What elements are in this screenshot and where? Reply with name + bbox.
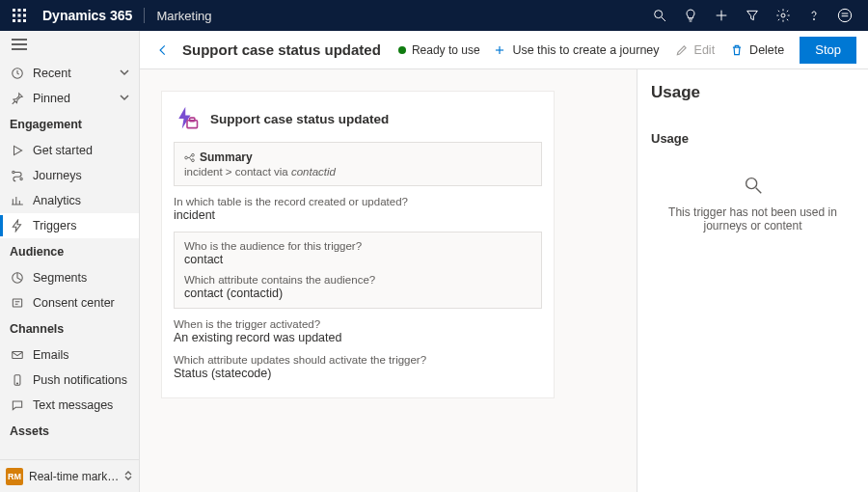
sidebar-item-label: Segments [33, 271, 87, 285]
sidebar-section-audience[interactable]: Audience [0, 238, 139, 265]
plus-icon[interactable] [706, 0, 737, 31]
summary-box: Summary incident > contact via contactid [174, 142, 542, 186]
svg-point-13 [781, 14, 785, 17]
sidebar-item-label: Recent [33, 67, 71, 80]
sidebar-item-text[interactable]: Text messages [0, 393, 139, 418]
global-topbar: Dynamics 365 Marketing [0, 0, 868, 31]
content-area: Support case status updated Ready to use… [140, 31, 868, 492]
area-switcher[interactable]: RM Real-time marketi… [0, 459, 139, 492]
stop-button[interactable]: Stop [800, 37, 856, 64]
sidebar-item-segments[interactable]: Segments [0, 265, 139, 290]
button-label: Edit [694, 43, 716, 57]
sms-icon [10, 398, 25, 412]
answer-value: contact [184, 253, 531, 266]
svg-point-28 [16, 383, 17, 384]
command-bar: Support case status updated Ready to use… [140, 31, 868, 69]
question-label: Which attribute contains the audience? [184, 274, 531, 286]
segments-icon [10, 271, 25, 285]
button-label: Delete [749, 43, 784, 57]
sidebar-item-journeys[interactable]: Journeys [0, 163, 139, 188]
svg-line-10 [662, 17, 665, 21]
question-label: Who is the audience for this trigger? [184, 240, 531, 252]
main-panel: Support case status updated Summary inci… [140, 69, 637, 492]
sidebar-item-label: Journeys [33, 169, 82, 182]
sidebar-section-assets[interactable]: Assets [0, 418, 139, 445]
svg-point-22 [13, 171, 14, 173]
svg-rect-32 [190, 118, 195, 122]
flow-icon [184, 152, 195, 163]
qa-when: When is the trigger activated? An existi… [162, 309, 554, 344]
create-journey-button[interactable]: Use this to create a journey [485, 37, 666, 64]
gear-icon[interactable] [768, 0, 799, 31]
status-dot-icon [398, 46, 406, 54]
section-label: Engagement [10, 118, 82, 131]
svg-rect-3 [13, 14, 15, 17]
sidebar: Recent Pinned Engagement Get started Jou… [0, 31, 140, 492]
question-label: Which attribute updates should activate … [174, 354, 542, 366]
trigger-card: Support case status updated Summary inci… [161, 91, 555, 398]
sidebar-item-label: Triggers [33, 219, 76, 232]
section-label: Audience [10, 245, 64, 259]
chevron-down-icon [120, 92, 129, 105]
email-icon [10, 348, 25, 362]
audience-box: Who is the audience for this trigger? co… [174, 232, 542, 309]
brand-label: Dynamics 365 [42, 8, 132, 23]
journey-icon [10, 169, 25, 182]
play-icon [10, 144, 25, 157]
status-indicator: Ready to use [398, 43, 480, 57]
svg-point-9 [655, 11, 663, 18]
sidebar-item-push[interactable]: Push notifications [0, 368, 139, 393]
consent-icon [10, 296, 25, 310]
summary-label: Summary [184, 150, 531, 164]
svg-point-34 [192, 153, 195, 156]
hamburger-icon[interactable] [0, 31, 139, 61]
qa-updates: Which attribute updates should activate … [162, 344, 554, 380]
divider [144, 8, 145, 23]
section-label: Channels [10, 322, 64, 336]
answer-value: Status (statecode) [174, 367, 542, 380]
question-label: When is the trigger activated? [174, 318, 542, 330]
edit-button: Edit [667, 37, 723, 64]
svg-rect-25 [13, 299, 21, 307]
sidebar-item-emails[interactable]: Emails [0, 342, 139, 368]
svg-rect-6 [13, 19, 15, 22]
svg-rect-5 [23, 14, 26, 17]
button-label: Stop [815, 42, 841, 57]
clock-icon [10, 67, 25, 80]
svg-rect-4 [18, 14, 21, 17]
analytics-icon [10, 194, 25, 207]
search-icon[interactable] [644, 0, 675, 31]
sidebar-item-recent[interactable]: Recent [0, 61, 139, 86]
lightning-case-icon [174, 105, 201, 132]
sidebar-item-label: Push notifications [33, 373, 127, 387]
svg-rect-7 [18, 19, 21, 22]
account-icon[interactable] [829, 0, 860, 31]
chevron-down-icon [120, 67, 129, 80]
panel-subtitle: Usage [651, 131, 854, 146]
panel-title: Usage [651, 83, 854, 102]
sidebar-item-get-started[interactable]: Get started [0, 138, 139, 163]
qa-table: In which table is the record created or … [162, 186, 554, 222]
sidebar-item-label: Text messages [33, 398, 113, 412]
sidebar-item-label: Consent center [33, 296, 115, 310]
sidebar-item-consent[interactable]: Consent center [0, 290, 139, 315]
filter-icon[interactable] [737, 0, 768, 31]
section-label: Assets [10, 424, 49, 438]
lightbulb-icon[interactable] [675, 0, 706, 31]
answer-value: contact (contactid) [184, 287, 531, 300]
pin-icon [10, 92, 25, 105]
sidebar-section-channels[interactable]: Channels [0, 315, 139, 342]
sidebar-item-pinned[interactable]: Pinned [0, 86, 139, 111]
delete-button[interactable]: Delete [722, 37, 792, 64]
svg-rect-0 [13, 9, 15, 12]
back-button[interactable] [151, 39, 175, 62]
help-icon[interactable] [799, 0, 829, 31]
sidebar-item-label: Analytics [33, 194, 81, 207]
sidebar-item-triggers[interactable]: Triggers [0, 213, 139, 238]
sidebar-section-engagement[interactable]: Engagement [0, 111, 139, 138]
app-launcher-icon[interactable] [8, 4, 31, 27]
svg-point-36 [746, 178, 756, 189]
svg-rect-8 [23, 19, 26, 22]
sidebar-item-analytics[interactable]: Analytics [0, 188, 139, 213]
svg-rect-1 [18, 9, 21, 12]
